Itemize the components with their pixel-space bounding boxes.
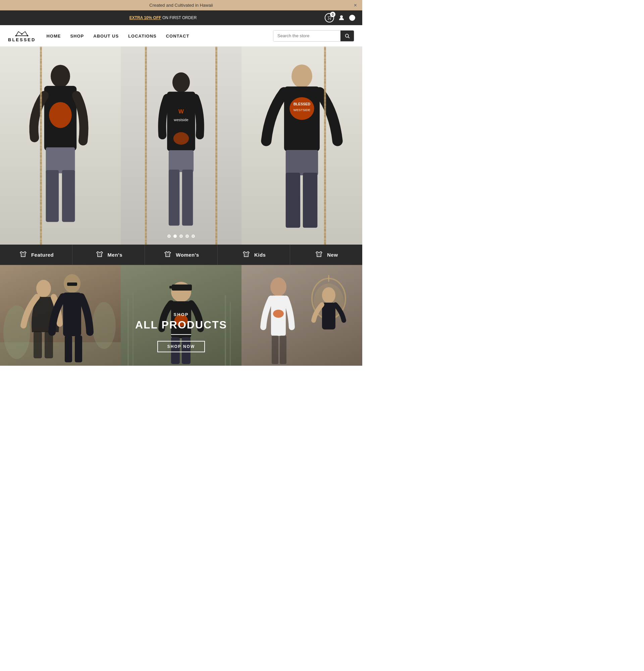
tab-featured[interactable]: Featured: [0, 244, 73, 265]
brand-name: BLESSED: [8, 37, 36, 42]
shirt-mens-icon: [95, 251, 104, 259]
search-icon: [345, 33, 350, 39]
logo[interactable]: BLESSED: [8, 29, 36, 42]
svg-text:WESTSIDE: WESTSIDE: [294, 108, 311, 112]
svg-point-11: [49, 102, 72, 128]
svg-rect-22: [182, 169, 193, 226]
svg-rect-35: [34, 331, 42, 358]
category-tabs: Featured Men's Women's Kids New: [0, 244, 362, 265]
rope-2: [145, 47, 147, 244]
hero-panel-2: W westside: [121, 47, 242, 244]
nav-shop[interactable]: SHOP: [70, 34, 84, 39]
tab-womens-label: Women's: [176, 252, 199, 258]
svg-rect-33: [0, 342, 121, 366]
svg-text:BLESSED: BLESSED: [294, 102, 310, 106]
svg-rect-20: [169, 150, 194, 172]
svg-rect-12: [46, 147, 75, 173]
hero-panels: W westside BLESSED WESTSIDE: [0, 47, 362, 244]
tab-featured-icon: [18, 250, 28, 259]
tab-mens[interactable]: Men's: [73, 244, 145, 265]
tab-new-label: New: [327, 252, 338, 258]
svg-point-0: [340, 15, 343, 18]
shirt-icon: [19, 251, 27, 259]
svg-rect-39: [67, 282, 77, 286]
divider: [171, 334, 191, 335]
svg-rect-62: [272, 336, 279, 364]
announcement-bar: Created and Cultivated in Hawaii ×: [0, 0, 362, 10]
tab-mens-label: Men's: [108, 252, 123, 258]
tab-kids[interactable]: Kids: [218, 244, 290, 265]
svg-rect-41: [65, 336, 72, 362]
tab-womens-icon: [163, 250, 172, 259]
tab-womens[interactable]: Women's: [145, 244, 217, 265]
svg-point-19: [173, 132, 189, 144]
svg-text:westside: westside: [173, 118, 188, 122]
svg-point-7: [346, 34, 348, 37]
women-silhouette: [242, 265, 362, 366]
rope-1: [40, 47, 42, 244]
hero-panel-1: [0, 47, 121, 244]
hero-panel-3: BLESSED WESTSIDE: [242, 47, 362, 244]
svg-point-61: [273, 310, 284, 318]
crown-icon: [15, 29, 28, 37]
svg-rect-14: [62, 170, 75, 222]
tab-kids-icon: [242, 250, 251, 259]
svg-point-32: [92, 302, 116, 349]
svg-rect-28: [286, 150, 318, 175]
search-form: [273, 30, 354, 42]
shirt-kids-icon: [242, 251, 250, 259]
rope-3: [215, 47, 217, 244]
svg-point-9: [51, 65, 70, 88]
shop-now-button[interactable]: SHOP NOW: [157, 341, 205, 352]
svg-rect-29: [286, 173, 300, 228]
svg-rect-21: [169, 169, 179, 226]
top-bar-icons: 0: [325, 13, 356, 23]
cart-badge: 0: [330, 12, 335, 17]
svg-point-15: [172, 73, 190, 92]
cart-button[interactable]: 0: [325, 13, 334, 23]
photo-couple: [0, 265, 121, 366]
shop-all-section: SHOP ALL PRODUCTS SHOP NOW: [0, 265, 362, 366]
account-icon[interactable]: [338, 14, 345, 21]
svg-point-4: [21, 34, 23, 35]
svg-rect-58: [322, 303, 335, 329]
globe-icon[interactable]: [349, 14, 356, 21]
svg-rect-63: [280, 336, 286, 364]
announcement-text: Created and Cultivated in Hawaii: [149, 3, 212, 8]
svg-point-23: [292, 64, 312, 88]
promo-text: EXTRA 10% OFF ON FIRST ORDER: [7, 15, 319, 20]
announcement-close[interactable]: ×: [354, 2, 357, 8]
top-bar: EXTRA 10% OFF ON FIRST ORDER 0: [0, 10, 362, 25]
photo-women: [242, 265, 362, 366]
svg-line-8: [348, 37, 349, 38]
svg-point-59: [270, 277, 286, 296]
search-button[interactable]: [340, 30, 354, 41]
tab-new-icon: [314, 250, 324, 259]
model-figure-1: [13, 57, 107, 244]
nav-about[interactable]: ABOUT US: [93, 34, 119, 39]
tab-new[interactable]: New: [290, 244, 362, 265]
model-figure-3: BLESSED WESTSIDE: [255, 57, 349, 244]
shop-label: SHOP: [174, 312, 189, 317]
shop-all-overlay: SHOP ALL PRODUCTS SHOP NOW: [121, 265, 242, 366]
nav-home[interactable]: HOME: [46, 34, 61, 39]
main-nav: BLESSED HOME SHOP ABOUT US LOCATIONS CON…: [0, 25, 362, 47]
tab-kids-label: Kids: [254, 252, 266, 258]
shop-all-title: ALL PRODUCTS: [135, 319, 227, 331]
svg-rect-13: [46, 170, 59, 222]
search-input[interactable]: [273, 30, 340, 41]
photo-kid: SHOP ALL PRODUCTS SHOP NOW: [121, 265, 242, 366]
svg-rect-42: [75, 336, 82, 362]
shirt-womens-icon: [164, 251, 172, 259]
svg-text:W: W: [178, 109, 184, 115]
nav-locations[interactable]: LOCATIONS: [128, 34, 157, 39]
model-figure-2: W westside: [138, 63, 225, 244]
nav-contact[interactable]: CONTACT: [166, 34, 190, 39]
nav-links: HOME SHOP ABOUT US LOCATIONS CONTACT: [46, 33, 262, 39]
promo-link[interactable]: EXTRA 10% OFF: [129, 15, 161, 20]
svg-rect-30: [303, 173, 317, 228]
tab-mens-icon: [95, 250, 104, 259]
shirt-new-icon: [315, 251, 323, 259]
svg-point-57: [322, 287, 335, 303]
couple-silhouette: [0, 265, 121, 366]
